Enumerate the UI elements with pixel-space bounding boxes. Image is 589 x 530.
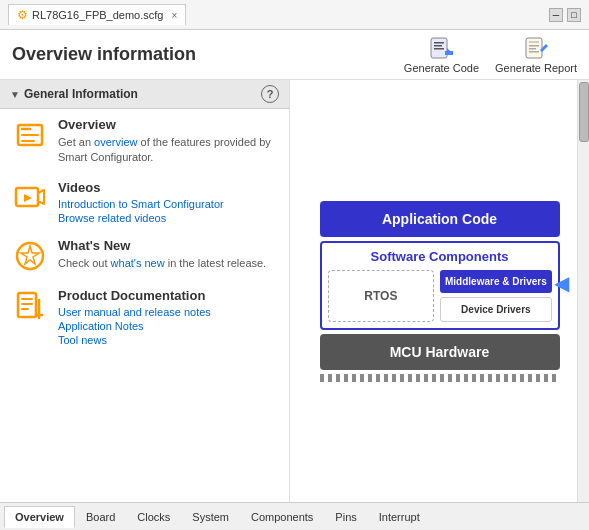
content-items: Overview Get an overview of the features… [0, 109, 289, 368]
svg-rect-3 [434, 48, 444, 50]
help-button[interactable]: ? [261, 85, 279, 103]
page-title: Overview information [12, 44, 404, 65]
rtos-block: RTOS [328, 270, 435, 322]
svg-rect-2 [434, 45, 442, 47]
device-drivers-block: Device Drivers [440, 297, 551, 322]
tab-pins[interactable]: Pins [324, 506, 367, 527]
svg-rect-17 [21, 298, 33, 300]
product-doc-item: Product Documentation User manual and re… [12, 288, 277, 346]
generate-code-label: Generate Code [404, 62, 479, 74]
scrollbar[interactable] [577, 80, 589, 502]
svg-rect-10 [529, 51, 539, 53]
mcu-dots [320, 374, 560, 382]
product-doc-text: Product Documentation User manual and re… [58, 288, 211, 346]
overview-link[interactable]: overview [94, 136, 137, 148]
maximize-button[interactable]: □ [567, 8, 581, 22]
generate-code-button[interactable]: Generate Code [404, 36, 479, 74]
generate-report-button[interactable]: Generate Report [495, 36, 577, 74]
generate-code-icon [427, 36, 455, 60]
file-tab-label: RL78G16_FPB_demo.scfg [32, 9, 163, 21]
product-doc-icon [12, 288, 48, 324]
intro-video-link[interactable]: Introduction to Smart Configurator [58, 198, 224, 210]
videos-icon [12, 180, 48, 216]
tool-news-link[interactable]: Tool news [58, 334, 211, 346]
close-icon[interactable]: × [171, 10, 177, 21]
bottom-tabs: Overview Board Clocks System Components … [0, 502, 589, 530]
videos-item: Videos Introduction to Smart Configurato… [12, 180, 277, 224]
user-manual-link[interactable]: User manual and release notes [58, 306, 211, 318]
whats-new-icon [12, 238, 48, 274]
right-panel: Application Code Software Components RTO… [290, 80, 589, 502]
product-doc-title: Product Documentation [58, 288, 211, 303]
file-tab[interactable]: ⚙ RL78G16_FPB_demo.scfg × [8, 4, 186, 25]
application-notes-link[interactable]: Application Notes [58, 320, 211, 332]
left-panel: ▼ General Information ? Overview [0, 80, 290, 502]
gear-icon: ⚙ [17, 8, 28, 22]
software-components-block: Software Components RTOS Middleware & Dr… [320, 241, 560, 330]
mcu-hardware-block: MCU Hardware [320, 334, 560, 370]
generate-report-label: Generate Report [495, 62, 577, 74]
toolbar: Generate Code Generate Report [404, 36, 577, 74]
middleware-block: Middleware & Drivers [440, 270, 551, 293]
svg-rect-18 [21, 303, 33, 305]
title-bar: ⚙ RL78G16_FPB_demo.scfg × ─ □ [0, 0, 589, 30]
overview-icon [12, 117, 48, 153]
window-controls: ─ □ [549, 8, 581, 22]
tab-overview[interactable]: Overview [4, 506, 75, 528]
svg-rect-7 [529, 41, 539, 43]
main-content: ▼ General Information ? Overview [0, 80, 589, 502]
overview-text: Overview Get an overview of the features… [58, 117, 277, 166]
section-header-left: ▼ General Information [10, 87, 138, 101]
scrollbar-thumb[interactable] [579, 82, 589, 142]
minimize-button[interactable]: ─ [549, 8, 563, 22]
tab-components[interactable]: Components [240, 506, 324, 527]
architecture-diagram: Application Code Software Components RTO… [320, 201, 560, 382]
arrow-indicator: ◀ [554, 271, 569, 295]
videos-title: Videos [58, 180, 224, 195]
software-components-title: Software Components [328, 249, 552, 264]
overview-item: Overview Get an overview of the features… [12, 117, 277, 166]
tab-clocks[interactable]: Clocks [126, 506, 181, 527]
section-label: General Information [24, 87, 138, 101]
middleware-label: Middleware & Drivers [445, 276, 547, 287]
svg-rect-19 [21, 308, 29, 310]
svg-rect-1 [434, 42, 444, 44]
svg-rect-5 [445, 51, 453, 55]
videos-text: Videos Introduction to Smart Configurato… [58, 180, 224, 224]
section-header: ▼ General Information ? [0, 80, 289, 109]
overview-title: Overview [58, 117, 277, 132]
tab-system[interactable]: System [181, 506, 240, 527]
whats-new-text: What's New Check out what's new in the l… [58, 238, 266, 271]
sw-inner: RTOS Middleware & Drivers Device Drivers [328, 270, 552, 322]
app-code-block: Application Code [320, 201, 560, 237]
svg-marker-15 [21, 246, 39, 264]
tab-interrupt[interactable]: Interrupt [368, 506, 431, 527]
collapse-arrow-icon[interactable]: ▼ [10, 89, 20, 100]
whats-new-item: What's New Check out what's new in the l… [12, 238, 277, 274]
browse-videos-link[interactable]: Browse related videos [58, 212, 224, 224]
right-col: Middleware & Drivers Device Drivers [440, 270, 551, 322]
tab-board[interactable]: Board [75, 506, 126, 527]
generate-report-icon [522, 36, 550, 60]
header: Overview information Generate Code [0, 30, 589, 80]
whats-new-title: What's New [58, 238, 266, 253]
svg-marker-13 [24, 194, 32, 202]
svg-rect-8 [529, 45, 539, 47]
svg-rect-9 [529, 48, 536, 50]
whats-new-link[interactable]: what's new [111, 257, 165, 269]
